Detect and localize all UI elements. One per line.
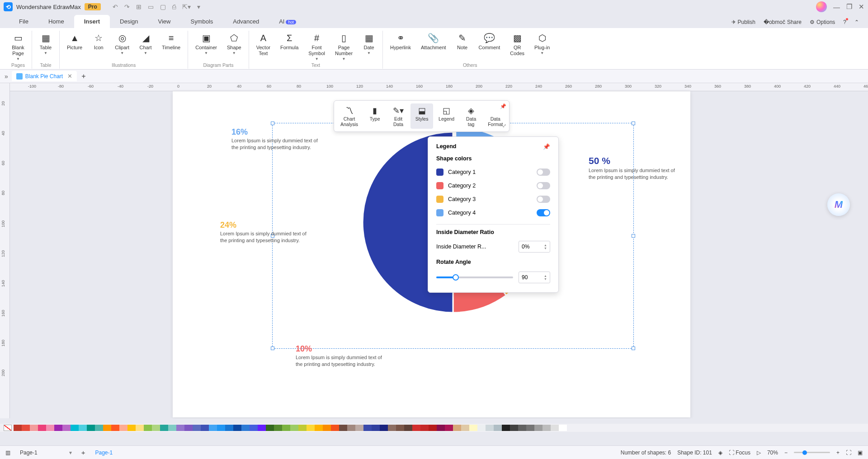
color-swatch[interactable]: [436, 169, 443, 176]
chart-toolbar-edit-data[interactable]: ✎▾Edit Data: [387, 103, 410, 129]
palette-swatch[interactable]: [355, 425, 363, 431]
palette-swatch[interactable]: [339, 425, 347, 431]
ribbon-blankpage[interactable]: ▭Blank Page▼: [8, 31, 28, 62]
ribbon-fontsymbol[interactable]: #Font Symbol▼: [305, 31, 329, 62]
palette-swatch[interactable]: [502, 425, 510, 431]
save-icon[interactable]: ▢: [160, 3, 166, 10]
ribbon-picture[interactable]: ▲Picture: [63, 31, 86, 56]
palette-swatch[interactable]: [551, 425, 559, 431]
palette-swatch[interactable]: [209, 425, 217, 431]
add-page-button[interactable]: +: [81, 449, 85, 456]
ribbon-formula[interactable]: ΣFormula: [277, 31, 302, 62]
palette-swatch[interactable]: [494, 425, 502, 431]
redo-icon[interactable]: ↷: [124, 3, 130, 10]
ribbon-icon[interactable]: ☆Icon: [89, 31, 108, 56]
palette-swatch[interactable]: [176, 425, 184, 431]
palette-swatch[interactable]: [477, 425, 486, 431]
palette-swatch[interactable]: [331, 425, 339, 431]
palette-swatch[interactable]: [168, 425, 176, 431]
ribbon-clipart[interactable]: ◎Clipart▼: [111, 31, 133, 56]
palette-swatch[interactable]: [282, 425, 290, 431]
palette-swatch[interactable]: [103, 425, 111, 431]
active-page-tab[interactable]: Page-1: [90, 450, 118, 456]
palette-swatch[interactable]: [30, 425, 38, 431]
ribbon-qr[interactable]: ▩QR Codes: [506, 31, 528, 58]
palette-swatch[interactable]: [388, 425, 396, 431]
help-icon[interactable]: ?: [843, 19, 846, 25]
category-toggle[interactable]: [537, 182, 550, 189]
rotate-angle-slider[interactable]: [436, 276, 513, 278]
palette-swatch[interactable]: [152, 425, 160, 431]
palette-swatch[interactable]: [323, 425, 331, 431]
spinner-down-icon[interactable]: ▼: [544, 247, 547, 250]
palette-swatch[interactable]: [469, 425, 477, 431]
palette-swatch[interactable]: [315, 425, 323, 431]
ribbon-comment[interactable]: 💬Comment: [475, 31, 504, 58]
ribbon-table[interactable]: ▦Table▼: [36, 31, 56, 56]
menu-symbols[interactable]: Symbols: [180, 15, 223, 28]
no-fill-swatch[interactable]: [4, 425, 12, 431]
menu-file[interactable]: File: [9, 15, 38, 28]
collapse-ribbon-icon[interactable]: ⌃: [854, 19, 859, 25]
minimize-button[interactable]: —: [833, 3, 840, 11]
avatar[interactable]: [816, 1, 827, 12]
category-toggle[interactable]: [537, 209, 550, 216]
palette-swatch[interactable]: [233, 425, 241, 431]
palette-swatch[interactable]: [160, 425, 168, 431]
menu-ai[interactable]: AIhot: [269, 15, 306, 28]
menu-home[interactable]: Home: [38, 15, 74, 28]
ribbon-shape[interactable]: ⬠Shape▼: [223, 31, 245, 56]
palette-swatch[interactable]: [412, 425, 420, 431]
palette-swatch[interactable]: [250, 425, 258, 431]
palette-swatch[interactable]: [437, 425, 445, 431]
page-selector[interactable]: Page-1 ▾: [15, 448, 77, 457]
chart-toolbar-styles[interactable]: ⬓Styles: [410, 103, 433, 129]
chart-toolbar-type[interactable]: ▮Type: [363, 103, 386, 129]
ribbon-chart[interactable]: ◢Chart▼: [136, 31, 156, 56]
palette-swatch[interactable]: [95, 425, 103, 431]
maximize-button[interactable]: ❐: [846, 3, 852, 11]
palette-swatch[interactable]: [526, 425, 534, 431]
menu-view[interactable]: View: [148, 15, 181, 28]
palette-swatch[interactable]: [22, 425, 30, 431]
palette-swatch[interactable]: [258, 425, 266, 431]
palette-swatch[interactable]: [534, 425, 542, 431]
category-toggle[interactable]: [537, 169, 550, 176]
palette-swatch[interactable]: [461, 425, 469, 431]
ribbon-date[interactable]: ▦Date▼: [359, 31, 379, 62]
export-icon[interactable]: ⇱▾: [182, 3, 191, 10]
zoom-in-button[interactable]: +: [836, 450, 840, 456]
zoom-out-button[interactable]: −: [784, 450, 788, 456]
palette-swatch[interactable]: [372, 425, 380, 431]
palette-swatch[interactable]: [486, 425, 494, 431]
palette-swatch[interactable]: [119, 425, 127, 431]
ribbon-timeline[interactable]: ≡Timeline: [158, 31, 184, 56]
menu-advanced[interactable]: Advanced: [223, 15, 269, 28]
palette-swatch[interactable]: [62, 425, 71, 431]
palette-swatch[interactable]: [38, 425, 46, 431]
print-icon[interactable]: ⎙: [172, 3, 176, 10]
menu-design[interactable]: Design: [110, 15, 148, 28]
ribbon-note[interactable]: ✎Note: [453, 31, 472, 58]
palette-swatch[interactable]: [347, 425, 355, 431]
layers-icon[interactable]: ◈: [718, 450, 722, 456]
page-view-icon[interactable]: ▥: [5, 450, 10, 456]
palette-swatch[interactable]: [453, 425, 461, 431]
tab-add-button[interactable]: +: [79, 72, 88, 80]
ai-fab-button[interactable]: M: [827, 193, 850, 216]
color-swatch[interactable]: [436, 182, 443, 189]
palette-swatch[interactable]: [71, 425, 79, 431]
palette-swatch[interactable]: [542, 425, 551, 431]
palette-swatch[interactable]: [136, 425, 144, 431]
palette-swatch[interactable]: [111, 425, 119, 431]
spinner-up-icon[interactable]: ▲: [544, 244, 547, 247]
focus-button[interactable]: ⛶ Focus: [729, 450, 750, 456]
legend-pin-icon[interactable]: 📌: [543, 143, 550, 150]
palette-swatch[interactable]: [445, 425, 453, 431]
chart-toolbar-data-tag[interactable]: ◈Data tag: [460, 103, 482, 129]
menu-insert[interactable]: Insert: [74, 15, 110, 28]
palette-swatch[interactable]: [396, 425, 404, 431]
toolbar-pin-icon[interactable]: 📌: [500, 103, 506, 109]
zoom-slider[interactable]: [794, 452, 830, 453]
palette-swatch[interactable]: [274, 425, 282, 431]
